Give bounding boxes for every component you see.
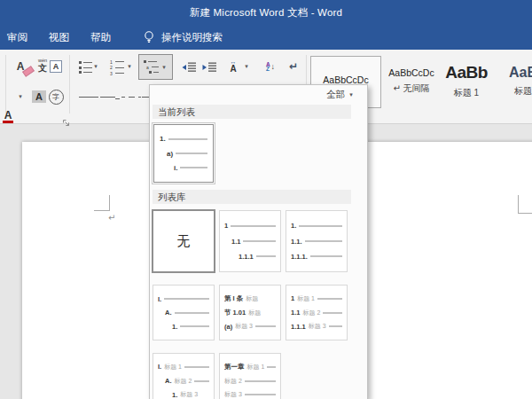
font-color-button[interactable]: A	[1, 107, 15, 123]
text-line	[329, 325, 342, 327]
text-line	[256, 255, 276, 257]
current-list-preview[interactable]: 1.a)i.	[153, 124, 214, 183]
list-preview-row: 1.1.	[291, 238, 342, 246]
list-number: A.	[165, 309, 172, 317]
list-preview-row: 1标题 1	[291, 294, 342, 303]
heading-text: 标题 1	[164, 363, 182, 372]
heading-text: 标题 1	[247, 363, 265, 372]
character-border-button[interactable]: A	[46, 56, 66, 77]
style-label: ↵ 无间隔	[393, 82, 429, 95]
heading-text: 标题 3	[235, 322, 253, 331]
paragraph-mark-icon: ↵	[289, 60, 298, 73]
list-number: 1.1.1	[239, 253, 254, 261]
enclose-characters-button[interactable]: 字	[46, 86, 66, 107]
text-line	[180, 167, 207, 168]
align-left-button[interactable]	[79, 88, 98, 109]
align-center-button[interactable]	[100, 88, 120, 109]
heading-text: 标题 3	[309, 322, 326, 331]
list-style-option[interactable]: 无	[153, 210, 215, 272]
list-preview-row: 第一章标题 1	[224, 363, 276, 372]
multilevel-dropdown-arrow	[160, 64, 168, 71]
tab-review[interactable]: 审阅	[0, 26, 38, 50]
text-line	[180, 325, 209, 327]
text-line	[255, 325, 276, 327]
lightbulb-icon	[143, 30, 155, 44]
multilevel-list-icon: a	[144, 60, 159, 74]
all-filter-button[interactable]: 全部	[326, 89, 355, 101]
margin-crop-mark-left	[109, 195, 110, 211]
list-preview-row: I.标题 1	[158, 363, 209, 372]
tell-me-search[interactable]: 操作说明搜索	[143, 30, 223, 44]
heading-text: 标题	[246, 294, 258, 303]
list-number: A.	[165, 377, 172, 385]
list-preview-row: 1	[224, 222, 276, 230]
list-preview-row: 1.	[291, 222, 342, 230]
list-style-option[interactable]: 1.1.1.1.1.1.	[286, 210, 348, 272]
list-number: i.	[174, 164, 177, 172]
font-dialog-launcher[interactable]	[62, 115, 71, 131]
increase-indent-button[interactable]	[200, 57, 219, 78]
decrease-indent-button[interactable]	[179, 57, 199, 78]
list-number: 1.1.1.	[291, 253, 308, 261]
list-style-option[interactable]: 第一章标题 1标题 2标题 3	[219, 353, 281, 399]
list-style-option[interactable]: I.标题 1A.标题 21.标题 3	[153, 353, 215, 399]
asian-layout-button[interactable]: ↔ A	[223, 55, 243, 76]
text-line	[184, 366, 209, 368]
multilevel-list-button[interactable]: a	[138, 54, 173, 80]
list-preview-row: 标题 2	[224, 377, 276, 386]
asian-layout-icon: ↔ A	[230, 59, 236, 74]
character-border-icon: A	[50, 60, 63, 73]
list-style-option[interactable]: 第 I 条标题节 1.01标题(a)标题 3	[219, 285, 281, 340]
numbering-dropdown-arrow[interactable]	[126, 63, 133, 70]
font-color-dropdown-arrow[interactable]	[17, 93, 24, 100]
list-preview-row: A.	[158, 309, 209, 317]
enclose-characters-icon: 字	[49, 90, 64, 105]
list-number: 节 1.01	[224, 309, 246, 317]
numbered-list-icon: 1 2 3	[110, 60, 124, 75]
asian-layout-dropdown-arrow[interactable]	[243, 63, 250, 70]
clear-formatting-button[interactable]: A	[11, 56, 30, 77]
style-preview: AaB	[509, 65, 532, 81]
list-style-option[interactable]: 11.11.1.1	[219, 210, 281, 272]
list-number: 第 I 条	[224, 294, 243, 303]
text-line	[310, 255, 342, 257]
list-number: 1.1	[231, 238, 240, 246]
group-divider	[69, 55, 70, 113]
style-heading-1[interactable]: AaBb 标题 1	[440, 56, 493, 106]
font-color-swatch	[3, 121, 13, 123]
list-preview-row: i.	[160, 164, 207, 172]
tab-view[interactable]: 视图	[38, 26, 80, 50]
list-number: 1.1.	[291, 238, 302, 246]
sort-button[interactable]: A Z ↓	[261, 56, 280, 77]
numbering-button[interactable]: 1 2 3	[107, 57, 127, 78]
list-number: (a)	[224, 323, 232, 331]
tab-help[interactable]: 帮助	[80, 26, 121, 50]
list-number: 1.	[160, 135, 166, 143]
align-right-button[interactable]	[121, 88, 141, 109]
list-preview-row: 1.	[160, 135, 207, 143]
style-no-spacing[interactable]: AaBbCcDc ↵ 无间隔	[385, 56, 438, 106]
window-title: 新建 Microsoft Word 文档 - Word	[0, 6, 532, 20]
list-style-none-label: 无	[177, 233, 191, 250]
show-marks-button[interactable]: ↵	[284, 56, 303, 77]
text-line	[243, 240, 276, 242]
decrease-indent-icon	[181, 61, 197, 74]
list-preview-row: 1.1标题 2	[291, 309, 342, 317]
text-line	[267, 366, 276, 368]
list-number: 第一章	[224, 363, 245, 372]
list-number: 1.	[291, 222, 296, 230]
text-line	[231, 225, 276, 227]
style-heading-2[interactable]: AaB 标题	[497, 56, 532, 106]
list-style-option[interactable]: 1标题 11.1标题 21.1.1标题 3	[286, 285, 348, 340]
list-preview-row: 节 1.01标题	[224, 309, 276, 317]
character-shading-icon: A	[32, 90, 46, 103]
list-number: 1	[224, 222, 228, 230]
heading-text: 标题 3	[224, 390, 242, 399]
list-style-option[interactable]: I.A.1.	[153, 285, 215, 340]
bullets-dropdown-arrow[interactable]	[92, 63, 99, 70]
list-preview-row: 第 I 条标题	[224, 294, 276, 303]
list-number: 1.	[172, 323, 177, 331]
heading-text: 标题 1	[297, 294, 315, 303]
text-line	[175, 312, 210, 314]
increase-indent-icon	[201, 61, 217, 74]
